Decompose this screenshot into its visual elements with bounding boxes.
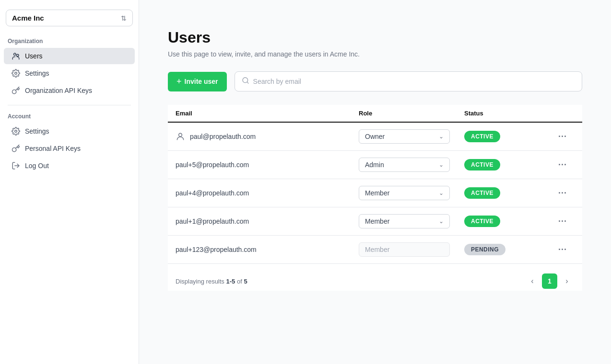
table-header: Email Role Status: [168, 105, 582, 123]
owner-icon: [176, 132, 185, 141]
sidebar-item-users[interactable]: Users: [4, 48, 135, 64]
status-cell: ACTIVE: [464, 159, 551, 171]
role-cell: Member ⌄: [359, 214, 464, 228]
search-input[interactable]: [253, 78, 575, 85]
table-row: paul@propelauth.com Owner ⌄ ACTIVE ···: [168, 123, 582, 151]
email-cell: paul+1@propelauth.com: [176, 217, 359, 225]
role-cell: Member: [359, 242, 464, 257]
table-row: paul+5@propelauth.com Admin ⌄ ACTIVE ···: [168, 151, 582, 179]
org-selector[interactable]: Acme Inc ⇅: [6, 10, 133, 26]
role-select[interactable]: Owner ⌄: [359, 129, 450, 144]
svg-point-1: [17, 54, 19, 57]
chevron-down-icon: ⌄: [439, 161, 444, 168]
page-description: Use this page to view, invite, and manag…: [168, 50, 582, 58]
chevron-down-icon: ⌄: [439, 133, 444, 140]
more-menu-button[interactable]: ···: [551, 132, 575, 142]
pagination-controls: ‹ 1 ›: [525, 273, 575, 289]
more-menu-button[interactable]: ···: [551, 188, 575, 198]
more-menu-button[interactable]: ···: [551, 216, 575, 227]
role-select[interactable]: Member ⌄: [359, 186, 450, 200]
user-email: paul+1@propelauth.com: [176, 217, 249, 225]
sidebar-item-org-api-keys[interactable]: Organization API Keys: [4, 82, 135, 99]
status-cell: ACTIVE: [464, 216, 551, 227]
main-content: Users Use this page to view, invite, and…: [139, 0, 611, 364]
sidebar-item-org-api-keys-label: Organization API Keys: [25, 87, 92, 94]
pagination-info: Displaying results 1-5 of 5: [176, 278, 247, 285]
sidebar-item-settings[interactable]: Settings: [4, 65, 135, 81]
users-table: Email Role Status paul@propelauth.com Ow…: [168, 105, 582, 291]
svg-point-7: [179, 133, 182, 136]
actions-cell: ···: [551, 216, 575, 227]
logout-icon: [12, 161, 20, 170]
table-row: paul+1@propelauth.com Member ⌄ ACTIVE ··…: [168, 207, 582, 236]
chevron-down-icon: ⌄: [439, 190, 444, 196]
next-page-button[interactable]: ›: [559, 273, 575, 289]
sidebar-item-logout-label: Log Out: [25, 162, 49, 170]
sidebar-item-logout[interactable]: Log Out: [4, 158, 135, 174]
user-email: paul+123@propelauth.com: [176, 246, 257, 253]
user-email: paul@propelauth.com: [190, 133, 256, 140]
status-column-header: Status: [464, 110, 551, 117]
role-cell: Owner ⌄: [359, 129, 464, 144]
toolbar: + Invite user: [168, 71, 582, 91]
page-title: Users: [168, 29, 582, 46]
chevron-updown-icon: ⇅: [121, 14, 127, 22]
personal-key-icon: [12, 144, 20, 153]
email-cell: paul+4@propelauth.com: [176, 189, 359, 197]
more-menu-button[interactable]: ···: [551, 245, 575, 255]
users-icon: [12, 52, 20, 60]
role-cell: Member ⌄: [359, 186, 464, 200]
email-cell: paul+123@propelauth.com: [176, 246, 359, 253]
actions-column-header: [551, 110, 575, 117]
status-badge: ACTIVE: [464, 131, 500, 142]
role-value: Owner: [365, 133, 385, 140]
role-value: Admin: [365, 161, 384, 169]
chevron-down-icon: ⌄: [439, 218, 444, 225]
email-cell: paul+5@propelauth.com: [176, 161, 359, 169]
actions-cell: ···: [551, 132, 575, 142]
status-badge: ACTIVE: [464, 216, 500, 227]
email-column-header: Email: [176, 110, 359, 117]
actions-cell: ···: [551, 245, 575, 255]
role-cell: Admin ⌄: [359, 158, 464, 172]
status-badge: ACTIVE: [464, 187, 500, 199]
plus-icon: +: [176, 77, 182, 87]
table-row: paul+4@propelauth.com Member ⌄ ACTIVE ··…: [168, 179, 582, 207]
sidebar-item-personal-api-keys[interactable]: Personal API Keys: [4, 140, 135, 157]
user-email: paul+4@propelauth.com: [176, 189, 249, 197]
svg-point-2: [15, 72, 17, 75]
sidebar: Acme Inc ⇅ Organization Users Settings: [0, 0, 139, 364]
account-section-label: Account: [0, 113, 139, 120]
status-cell: ACTIVE: [464, 131, 551, 142]
invite-user-button[interactable]: + Invite user: [168, 72, 227, 91]
role-value: Member: [365, 217, 389, 225]
status-badge: PENDING: [464, 244, 505, 255]
page-1-button[interactable]: 1: [542, 273, 557, 289]
svg-line-6: [247, 82, 248, 83]
actions-cell: ···: [551, 160, 575, 170]
user-email: paul+5@propelauth.com: [176, 161, 249, 169]
role-select-disabled: Member: [359, 242, 450, 257]
sidebar-item-account-settings[interactable]: Settings: [4, 123, 135, 139]
more-menu-button[interactable]: ···: [551, 160, 575, 170]
role-select[interactable]: Admin ⌄: [359, 158, 450, 172]
invite-button-label: Invite user: [185, 78, 218, 85]
prev-page-button[interactable]: ‹: [525, 273, 540, 289]
role-column-header: Role: [359, 110, 464, 117]
table-row: paul+123@propelauth.com Member PENDING ·…: [168, 236, 582, 264]
sidebar-divider: [8, 105, 131, 105]
sidebar-item-personal-api-keys-label: Personal API Keys: [25, 145, 81, 152]
sidebar-item-account-settings-label: Settings: [25, 127, 49, 135]
svg-point-3: [15, 130, 17, 133]
account-settings-icon: [12, 127, 20, 136]
role-value: Member: [365, 246, 389, 253]
sidebar-item-org-settings-label: Settings: [25, 69, 49, 77]
org-name: Acme Inc: [12, 14, 44, 22]
status-cell: ACTIVE: [464, 187, 551, 199]
status-badge: ACTIVE: [464, 159, 500, 171]
pagination-row: Displaying results 1-5 of 5 ‹ 1 ›: [168, 266, 582, 291]
key-icon: [12, 86, 20, 95]
role-select[interactable]: Member ⌄: [359, 214, 450, 228]
settings-icon: [12, 69, 20, 78]
svg-point-0: [14, 53, 16, 56]
